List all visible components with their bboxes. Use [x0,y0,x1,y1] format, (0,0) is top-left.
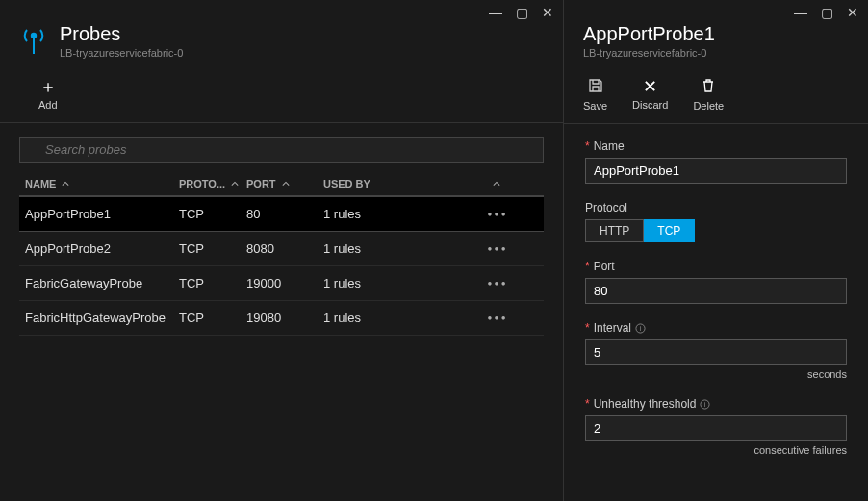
probes-subtitle: LB-tryazureservicefabric-0 [60,47,183,59]
svg-text:i: i [640,324,642,333]
col-usedby-label: USED BY [323,178,370,189]
cell-port: 80 [246,207,323,221]
sort-icon [62,180,69,188]
cell-usedby: 1 rules [323,276,477,290]
name-input[interactable] [585,158,847,184]
svg-point-0 [31,33,37,38]
cell-port: 19000 [246,276,323,290]
probes-header: Probes LB-tryazureservicefabric-0 [0,19,563,70]
protocol-label: Protocol [585,201,627,214]
required-icon: * [585,397,590,411]
discard-label: Discard [632,99,668,111]
save-icon [588,78,603,96]
field-name: *Name [585,139,847,184]
delete-label: Delete [693,100,724,112]
col-name[interactable]: NAME [25,178,179,189]
save-button[interactable]: Save [583,78,607,112]
row-menu-icon[interactable]: ● ● ● [477,313,516,322]
search-input[interactable] [19,137,544,163]
required-icon: * [585,260,590,273]
field-protocol: Protocol HTTP TCP [585,201,847,242]
probes-table: NAME PROTO... PORT USED BY AppPortProbe1… [0,172,563,355]
cell-port: 19080 [246,311,323,325]
col-usedby[interactable]: USED BY [323,178,477,189]
close-icon[interactable]: ✕ [542,6,553,19]
cell-usedby: 1 rules [323,207,477,221]
sort-icon [493,180,500,188]
cell-usedby: 1 rules [323,241,477,256]
detail-header: AppPortProbe1 LB-tryazureservicefabric-0 [564,19,868,70]
discard-button[interactable]: ✕ Discard [632,78,668,112]
probes-pane: — ▢ ✕ Probes LB-tryazureservicefabric-0 … [0,0,564,501]
cell-name: AppPortProbe2 [25,241,179,256]
row-menu-icon[interactable]: ● ● ● [477,279,516,288]
required-icon: * [585,321,590,335]
cell-protocol: TCP [179,276,246,290]
field-interval: * Interval i seconds [585,321,847,380]
save-label: Save [583,100,607,112]
interval-input[interactable] [585,339,847,365]
cell-usedby: 1 rules [323,311,477,325]
minimize-icon[interactable]: — [489,6,502,19]
detail-toolbar: Save ✕ Discard Delete [564,70,868,124]
cell-name: FabricGatewayProbe [25,276,179,290]
discard-icon: ✕ [643,78,657,95]
threshold-input[interactable] [585,415,847,441]
maximize-icon[interactable]: ▢ [821,6,833,19]
search-wrap [0,123,563,172]
table-row[interactable]: AppPortProbe1TCP801 rules● ● ● [19,196,544,232]
col-port[interactable]: PORT [246,178,323,189]
col-port-label: PORT [246,178,276,189]
maximize-icon[interactable]: ▢ [516,6,528,19]
table-row[interactable]: AppPortProbe2TCP80801 rules● ● ● [19,232,544,266]
threshold-label: Unhealthy threshold [594,397,697,411]
col-menu [477,180,516,188]
delete-button[interactable]: Delete [693,78,724,112]
protocol-tcp-button[interactable]: TCP [644,219,695,242]
add-button[interactable]: ＋ Add [38,78,58,111]
port-input[interactable] [585,278,847,304]
col-name-label: NAME [25,178,56,189]
port-label: Port [594,260,615,273]
protocol-toggle: HTTP TCP [585,219,847,242]
cell-protocol: TCP [179,207,246,221]
row-menu-icon[interactable]: ● ● ● [477,244,516,253]
sort-icon [282,180,290,188]
detail-subtitle: LB-tryazureservicefabric-0 [583,47,715,59]
field-port: *Port [585,260,847,304]
detail-form: *Name Protocol HTTP TCP *Port * Interval… [564,124,868,488]
trash-icon [702,78,715,96]
minimize-icon[interactable]: — [794,6,807,19]
probes-title: Probes [60,23,183,45]
add-label: Add [38,99,58,111]
required-icon: * [585,139,590,153]
window-controls-left: — ▢ ✕ [0,0,563,19]
col-protocol[interactable]: PROTO... [179,178,246,189]
close-icon[interactable]: ✕ [847,6,858,19]
col-protocol-label: PROTO... [179,178,225,189]
row-menu-icon[interactable]: ● ● ● [477,210,516,218]
plus-icon: ＋ [39,78,57,95]
cell-port: 8080 [246,241,323,256]
table-row[interactable]: FabricHttpGatewayProbeTCP190801 rules● ●… [19,301,544,336]
threshold-hint: consecutive failures [585,444,847,456]
detail-title: AppPortProbe1 [583,23,715,45]
cell-name: FabricHttpGatewayProbe [25,311,179,325]
protocol-http-button[interactable]: HTTP [585,219,644,242]
field-threshold: * Unhealthy threshold i consecutive fail… [585,397,847,456]
info-icon[interactable]: i [700,399,710,410]
window-controls-right: — ▢ ✕ [564,0,868,19]
interval-label: Interval [594,321,631,335]
name-label: Name [594,139,625,153]
probe-detail-pane: — ▢ ✕ AppPortProbe1 LB-tryazureservicefa… [564,0,868,501]
probes-toolbar: ＋ Add [0,70,563,123]
probe-icon [19,27,48,56]
interval-hint: seconds [585,368,847,380]
cell-name: AppPortProbe1 [25,207,179,221]
table-header: NAME PROTO... PORT USED BY [19,172,544,196]
cell-protocol: TCP [179,241,246,256]
info-icon[interactable]: i [635,323,646,334]
table-row[interactable]: FabricGatewayProbeTCP190001 rules● ● ● [19,266,544,301]
cell-protocol: TCP [179,311,246,325]
sort-icon [231,180,239,188]
